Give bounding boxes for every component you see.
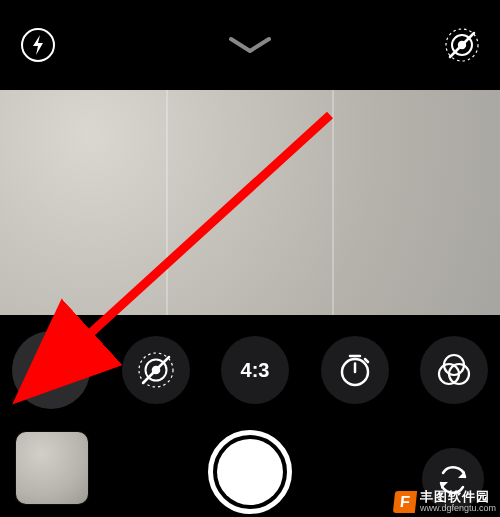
live-photo-off-icon bbox=[443, 26, 481, 64]
flash-toggle-top[interactable] bbox=[18, 25, 58, 65]
shutter-inner bbox=[217, 439, 283, 505]
expand-controls-button[interactable] bbox=[223, 31, 277, 59]
flash-icon bbox=[34, 348, 68, 392]
shutter-button[interactable] bbox=[208, 430, 292, 514]
flash-control-button[interactable] bbox=[12, 331, 90, 409]
aspect-ratio-label: 4:3 bbox=[241, 359, 270, 382]
live-photo-off-icon bbox=[136, 350, 176, 390]
filters-control-button[interactable] bbox=[420, 336, 488, 404]
watermark-url: www.dgfengtu.com bbox=[420, 504, 496, 513]
watermark-title: 丰图软件园 bbox=[420, 490, 496, 503]
watermark-badge-letter: F bbox=[399, 493, 411, 511]
last-photo-thumbnail[interactable] bbox=[16, 432, 88, 504]
svg-line-4 bbox=[450, 33, 474, 57]
camera-viewfinder[interactable] bbox=[0, 90, 500, 315]
aspect-ratio-button[interactable]: 4:3 bbox=[221, 336, 289, 404]
watermark-badge: F bbox=[393, 491, 417, 513]
top-bar bbox=[0, 0, 500, 90]
timer-control-button[interactable] bbox=[321, 336, 389, 404]
live-photo-control-button[interactable] bbox=[122, 336, 190, 404]
chevron-down-icon bbox=[223, 31, 277, 59]
svg-line-8 bbox=[143, 357, 169, 383]
filters-icon bbox=[434, 350, 474, 390]
svg-line-12 bbox=[365, 359, 368, 362]
live-photo-toggle-top[interactable] bbox=[442, 25, 482, 65]
camera-controls-row: 4:3 bbox=[0, 325, 500, 415]
watermark: F 丰图软件园 www.dgfengtu.com bbox=[394, 490, 496, 513]
flash-icon bbox=[20, 27, 56, 63]
timer-icon bbox=[336, 351, 374, 389]
